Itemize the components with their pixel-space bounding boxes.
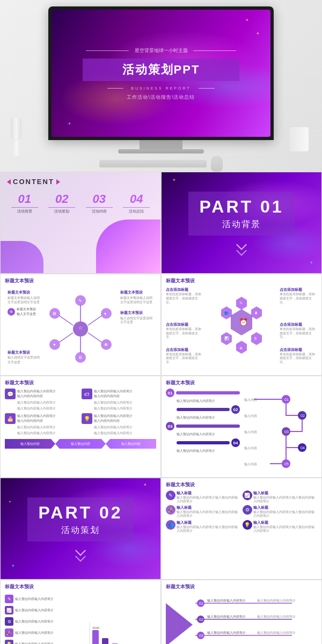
table-item-4: 💡 输入预估内容输入内容简介输入内容内容内容 [82,413,156,424]
hex-desc-bl: 单击此处添加标题，添加描述文字，添加描述文字。 [166,353,203,365]
slide-part01[interactable]: ✦ ✦ PART 01 活动背景 [161,172,322,274]
svg-text:♦: ♦ [104,311,106,316]
hex-svg: ⏰ ✎ ♟ $ ⊕ 📊 👥 [212,296,271,355]
card-text-3: 输入预估内容输入内容简介输入预估内容输入内容简介 [177,510,241,518]
hex-label-ml: 点击添加标题 [166,322,203,327]
slide10-content: 标题文本预设 01 02 [162,580,321,644]
row-2: 📈 输入预估内容输入内容简介 [5,606,79,614]
card-3: 🚀 输入标题 输入预估内容输入内容简介输入预估内容输入内容简介 [166,505,241,518]
tree-title-r: 标题文本预设 [120,290,155,295]
row-4: 🚀 输入预估内容输入内容简介 [5,628,79,637]
svg-text:04: 04 [301,446,305,450]
row-3: ⚙ 输入预估内容输入内容简介 [5,617,79,626]
slide-tree-left[interactable]: 标题文本预设 标题文本预设 标题文本预设输入说明文字这里说明文字这里 ⊕ 标题文… [0,274,161,376]
svg-text:4000: 4000 [92,626,100,630]
screen-deco-line-mid: BUSINESS REPORT [83,83,239,93]
svg-line-5 [59,333,73,342]
arrow-bar-4 [177,441,230,444]
icon-row2: 📈 [5,606,13,614]
sparkle2: ✦ [256,31,260,36]
screen-title-small: 星空背景地球一小时主题 [135,48,188,53]
table-block-3: 🎂 输入预估内容输入内容简介输入内容内容内容 输入预估内容输入内容简介 输入预估… [5,413,79,436]
tree-text-1: 标题文本预设输入说明文字这里说明文字这里 [8,296,42,305]
hex-desc-ml: 单击此处添加标题，添加描述文字，添加描述文字。 [166,327,203,340]
slide5-content: 标题文本预设 💬 输入预估内容输入内容简介输入内容内容内容 输入预估内容输入内容… [1,376,160,452]
num-list-right: 01 02 03 04 05 输入内容 输入内容 [243,389,317,477]
card-text-4: 输入预估内容输入内容简介输入预估内容输入内容简介 [253,510,318,518]
slide-final[interactable]: 标题文本预设 01 02 [161,580,322,644]
card-content-2: 输入标题 输入预估内容输入内容简介输入预估内容输入内容简介 [253,491,318,503]
slide-hex[interactable]: 标题文本预设 ⏰ [161,274,322,376]
part02-chevrons [77,547,84,560]
bar-segment-2: 输入预估内容 [55,439,106,449]
row-1: ✎ 输入预估内容输入内容简介 [5,595,79,603]
svg-text:☆: ☆ [78,325,83,331]
slide-table-left[interactable]: 标题文本预设 💬 输入预估内容输入内容简介输入内容内容内容 输入预估内容输入内容… [0,376,161,478]
svg-text:03: 03 [284,430,289,434]
bar-text-1: 输入预估内容 [20,442,40,447]
arrow-bar-2 [177,408,230,411]
part02-subtitle: 活动策划 [38,525,122,536]
slide-part02[interactable]: ✦ ✦ ✦ PART 02 活动策划 [0,478,161,580]
slide8-content: 标题文本预设 ✎ 输入标题 输入预估内容输入内容简介输入预估内容输入内容简介 📈… [162,478,321,536]
slide-numbered[interactable]: 标题文本预设 01 输入预估内容输入内容简介 02 输入预估内容输入内容简介 [161,376,322,478]
svg-text:01: 01 [199,602,203,605]
table-desc-2b: 输入预估内容输入内容简介 [94,406,156,411]
svg-text:02: 02 [199,618,203,621]
svg-text:输入内容: 输入内容 [244,462,257,466]
tree-bottom-left: 标题文本预设 输入说明文字这里说明文字这里 [8,350,42,365]
slide10-svg: 01 02 03 04 输入预估内容输入内容简介 输入预估内容输入内容简介 输入… [195,592,319,644]
bottom-bar: 输入预估内容 输入预估内容 输入预估内容 [5,439,156,449]
slide9-chart: 4000 2356 [82,592,156,644]
card-icon-5: 👥 [166,520,175,530]
svg-text:📊: 📊 [224,336,229,341]
table-desc-1: 输入预估内容输入内容简介 [17,400,79,405]
icon-bulb: 💡 [82,413,92,424]
num-list-left: 01 输入预估内容输入内容简介 02 输入预估内容输入内容简介 03 输入预估内… [166,389,240,477]
card-text-6: 输入预估内容输入内容简介输入预估内容输入内容简介 [253,525,318,533]
slide4-title: 标题文本预设 [166,277,317,284]
hex-desc-tr: 单击此处添加标题，添加描述文字，添加描述文字。 [280,292,317,305]
tree-icon-item1: ⊕ 标题文本预设输入文字这里 [8,307,46,317]
svg-text:输入内容: 输入内容 [244,414,257,418]
card-5: 👥 输入标题 输入预估内容输入内容简介输入预估内容输入内容简介 [166,520,241,533]
svg-text:✦: ✦ [53,342,56,347]
svg-rect-51 [92,630,99,644]
slide-cards[interactable]: 标题文本预设 ✎ 输入标题 输入预估内容输入内容简介输入预估内容输入内容简介 📈… [161,478,322,580]
slide6-title: 标题文本预设 [166,379,317,386]
svg-text:✎: ✎ [239,301,243,305]
tree-bl-text: 输入说明文字这里说明文字这里 [8,355,42,365]
table-desc-4: 输入预估内容输入内容简介 [94,425,156,430]
icon-row5: 💡 [5,640,13,644]
hex-text-ml: 点击添加标题 单击此处添加标题，添加描述文字，添加描述文字。 [166,322,203,340]
card-title-6: 输入标题 [253,520,318,525]
card-title-2: 输入标题 [253,491,318,496]
zigzag-svg: 01 02 03 04 05 输入内容 输入内容 [243,389,313,474]
tree-right-branch: 标题文本预设 标题文本预设输入说明文字这里说明文字这里 标题文本预设 输入说明文… [120,290,155,325]
hex-desc-tl: 单击此处添加标题，添加描述文字，添加描述文字。 [166,292,203,305]
slide-content[interactable]: CONTENT 01 活动背景 02 活动策划 03 活动内容 04 [0,172,161,274]
tree-svg: ☆ ✎ ⚙ ✿ ♦ ✦ ❋ [48,289,113,369]
imac-section: ✦ ✦ ✦ 星空背景地球一小时主题 活动策划PPT BUSINESS REPOR… [0,0,322,172]
svg-text:03: 03 [199,634,203,638]
card-title-4: 输入标题 [253,505,318,510]
card-title-1: 输入标题 [177,491,241,496]
svg-line-6 [88,333,102,342]
slide9-layout: ✎ 输入预估内容输入内容简介 📈 输入预估内容输入内容简介 ⚙ 输入预估内容输入… [5,592,156,644]
text-row2: 输入预估内容输入内容简介 [15,608,54,613]
svg-text:输入内容: 输入内容 [244,446,257,450]
table-text-4: 输入预估内容输入内容简介输入内容内容内容 [94,414,133,423]
tree-title-r2: 标题文本预设 [120,310,155,316]
desk-item-right [290,127,309,151]
card-content-3: 输入标题 输入预估内容输入内容简介输入预估内容输入内容简介 [177,505,241,518]
table-block-1: 💬 输入预估内容输入内容简介输入内容内容内容 输入预估内容输入内容简介 输入预估… [5,389,79,411]
imac-stand [140,140,182,150]
center-tree: ☆ ✎ ⚙ ✿ ♦ ✦ ❋ [48,289,113,371]
svg-text:输入预估内容输入内容简介: 输入预估内容输入内容简介 [207,614,246,618]
card-2: 📈 输入标题 输入预估内容输入内容简介输入预估内容输入内容简介 [243,491,318,503]
hex-label-bl: 点击添加标题 [166,347,203,353]
slide-chart-left[interactable]: 标题文本预设 ✎ 输入预估内容输入内容简介 📈 输入预估内容输入内容简介 ⚙ 输… [0,580,161,644]
card-icon-1: ✎ [166,491,175,500]
hex-desc-mr: 单击此处添加标题，添加描述文字，添加描述文字。 [280,327,317,340]
imac-screen: ✦ ✦ ✦ 星空背景地球一小时主题 活动策划PPT BUSINESS REPOR… [52,10,270,137]
